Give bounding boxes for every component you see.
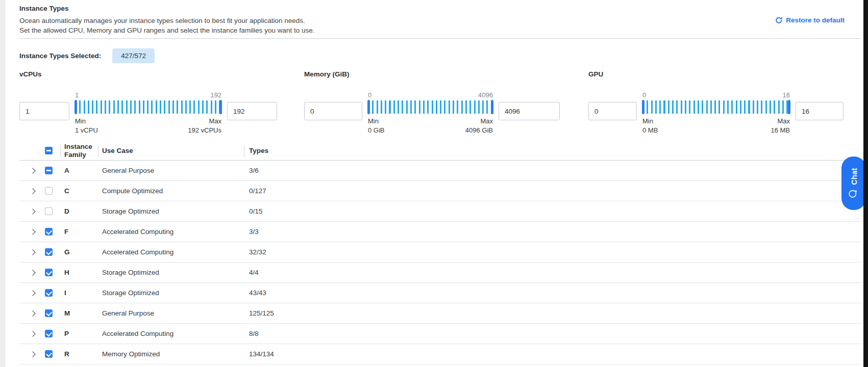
restore-to-default-button[interactable]: Restore to default: [775, 16, 845, 24]
expand-chevron-icon[interactable]: [28, 268, 38, 278]
vcpus-max-detail: 192 vCPUs: [188, 126, 221, 135]
table-row[interactable]: H Storage Optimized 4/4: [19, 263, 861, 283]
row-checkbox[interactable]: [45, 207, 53, 215]
memory-max-detail: 4096 GiB: [465, 126, 493, 135]
instance-family-cell: M: [60, 309, 98, 317]
instance-family-table: Instance Family Use Case Types A General…: [19, 141, 861, 364]
vcpus-max-handle[interactable]: [219, 100, 222, 114]
expand-chevron-icon[interactable]: [28, 166, 38, 176]
instance-family-cell: F: [60, 228, 98, 235]
table-row[interactable]: A General Purpose 3/6: [19, 161, 861, 181]
instance-family-cell: H: [60, 269, 98, 276]
expand-chevron-icon[interactable]: [28, 247, 38, 257]
instance-family-cell: C: [60, 187, 98, 195]
types-count-cell: 32/32: [244, 248, 861, 256]
memory-range-max: 4096: [478, 91, 493, 99]
memory-min-handle[interactable]: [367, 100, 370, 114]
select-all-checkbox[interactable]: [45, 147, 53, 154]
table-body: A General Purpose 3/6 C Compute Optimize…: [19, 161, 861, 364]
table-row[interactable]: M General Purpose 125/125: [19, 303, 861, 324]
gpu-max-caption: Max: [771, 117, 790, 126]
gpu-max-detail: 16 MB: [771, 126, 790, 135]
gpu-range-labels: 0 16: [642, 91, 790, 99]
chat-button[interactable]: Chat: [841, 156, 866, 210]
types-count-cell: 134/134: [244, 350, 861, 358]
row-checkbox[interactable]: [45, 350, 53, 358]
row-checkbox[interactable]: [45, 228, 53, 235]
memory-slider-group: Memory (GiB) 0 4096 Min 0 GiB: [304, 70, 560, 135]
refresh-icon: [775, 16, 783, 24]
page-description: Ocean automatically manages your instanc…: [19, 16, 315, 35]
table-row[interactable]: G Accelerated Computing 32/32: [19, 242, 861, 263]
expand-chevron-icon[interactable]: [28, 308, 38, 319]
gpu-min-handle[interactable]: [642, 100, 644, 114]
column-header-types: Types: [244, 147, 861, 155]
memory-label: Memory (GiB): [304, 70, 560, 78]
vcpus-min-caption: Min: [75, 117, 98, 126]
row-checkbox[interactable]: [45, 269, 53, 276]
types-count-cell: 0/15: [244, 207, 861, 215]
gpu-range-max: 16: [783, 91, 790, 99]
memory-range-min: 0: [368, 91, 371, 99]
use-case-cell: Storage Optimized: [98, 289, 244, 297]
row-checkbox[interactable]: [45, 248, 53, 256]
table-row[interactable]: D Storage Optimized 0/15: [19, 201, 861, 222]
memory-slider-track[interactable]: [368, 100, 493, 114]
gpu-min-input[interactable]: [588, 102, 637, 120]
table-row[interactable]: F Accelerated Computing 3/3: [19, 222, 861, 242]
column-header-use-case: Use Case: [98, 147, 244, 155]
types-count-cell: 125/125: [244, 309, 861, 317]
memory-min-caption: Min: [368, 117, 385, 126]
gpu-max-handle[interactable]: [788, 100, 790, 114]
expand-chevron-icon[interactable]: [28, 288, 38, 298]
right-edge-strip: [863, 0, 868, 367]
row-checkbox[interactable]: [45, 187, 53, 195]
table-row[interactable]: C Compute Optimized 0/127: [19, 181, 861, 201]
memory-min-detail: 0 GiB: [368, 126, 385, 135]
expand-chevron-icon[interactable]: [28, 206, 38, 217]
description-line-2: Set the allowed CPU, Memory and GPU rang…: [19, 25, 315, 35]
row-checkbox[interactable]: [45, 289, 53, 297]
expand-chevron-icon[interactable]: [28, 227, 38, 237]
expand-chevron-icon[interactable]: [28, 329, 38, 339]
row-checkbox[interactable]: [45, 309, 53, 317]
expand-chevron-icon[interactable]: [28, 186, 38, 196]
vcpus-range-min: 1: [75, 91, 79, 99]
gpu-slider-track[interactable]: [642, 100, 790, 114]
use-case-cell: General Purpose: [98, 167, 244, 174]
types-count-cell: 0/127: [244, 187, 861, 195]
table-row[interactable]: R Memory Optimized 134/134: [19, 344, 861, 364]
instance-family-cell: R: [60, 350, 98, 358]
gpu-max-input[interactable]: [796, 102, 844, 120]
gpu-slider-group: GPU 0 16 Min 0 MB Max: [588, 70, 844, 135]
table-row[interactable]: P Accelerated Computing 8/8: [19, 324, 861, 344]
instance-family-cell: G: [60, 248, 98, 256]
description-line-1: Ocean automatically manages your instanc…: [19, 16, 315, 25]
instance-family-cell: D: [60, 207, 98, 215]
memory-max-input[interactable]: [499, 102, 560, 120]
expand-chevron-icon[interactable]: [28, 349, 38, 359]
instance-family-cell: A: [60, 167, 98, 174]
vcpus-min-input[interactable]: [19, 102, 69, 120]
types-count-cell: 8/8: [244, 330, 861, 337]
gpu-label: GPU: [588, 70, 844, 78]
row-checkbox[interactable]: [45, 167, 53, 174]
table-row[interactable]: I Storage Optimized 43/43: [19, 283, 861, 303]
memory-min-input[interactable]: [304, 102, 362, 120]
instance-family-cell: P: [60, 330, 98, 337]
instance-family-cell: I: [60, 289, 98, 297]
left-edge-strip: [0, 0, 5, 367]
selected-label: Instance Types Selected:: [19, 52, 101, 60]
memory-range-labels: 0 4096: [368, 91, 493, 99]
vcpus-min-handle[interactable]: [75, 100, 77, 114]
chat-bubble-icon: [848, 189, 860, 199]
use-case-cell: General Purpose: [98, 309, 244, 317]
vcpus-slider-track[interactable]: [75, 100, 221, 114]
vcpus-max-input[interactable]: [227, 102, 277, 120]
vcpus-range-labels: 1 192: [75, 91, 221, 99]
memory-max-handle[interactable]: [491, 100, 493, 114]
selected-summary: Instance Types Selected: 427/572: [19, 48, 155, 63]
vcpus-min-detail: 1 vCPU: [75, 126, 98, 135]
row-checkbox[interactable]: [45, 330, 53, 337]
header-divider: [19, 38, 860, 39]
